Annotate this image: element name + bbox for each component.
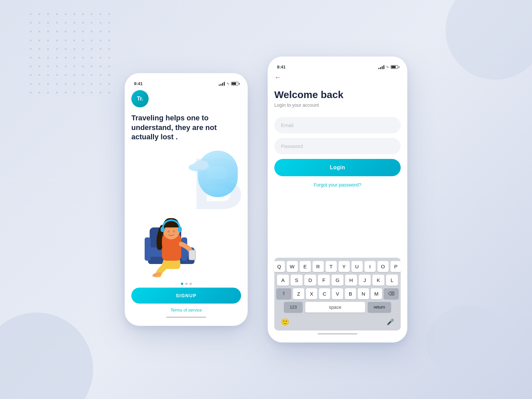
bg-circle-right xyxy=(446,0,532,80)
key-k[interactable]: K xyxy=(372,275,384,286)
illustration-area: B xyxy=(131,147,241,279)
time-right: 9:41 xyxy=(277,65,286,69)
keyboard-row-3: ⇧ Z X C V B N M ⌫ xyxy=(276,288,399,299)
key-g[interactable]: G xyxy=(332,275,343,286)
app-logo-text: Tr. xyxy=(137,95,143,102)
key-v[interactable]: V xyxy=(332,288,343,299)
svg-rect-15 xyxy=(178,227,182,232)
key-f[interactable]: F xyxy=(318,275,330,286)
svg-point-17 xyxy=(173,230,175,233)
key-j[interactable]: J xyxy=(359,275,371,286)
wifi-icon-left: ∿ xyxy=(226,81,229,86)
backspace-key[interactable]: ⌫ xyxy=(384,288,399,299)
signup-button[interactable]: SIGNUP xyxy=(131,288,241,304)
forgot-password-link[interactable]: Forgot your password? xyxy=(274,182,401,188)
svg-point-2 xyxy=(194,160,208,169)
bg-blob-bottom-right xyxy=(426,306,512,379)
key-w[interactable]: W xyxy=(287,261,298,272)
key-a[interactable]: A xyxy=(277,275,289,286)
shift-key[interactable]: ⇧ xyxy=(276,288,291,299)
dot-grid-top xyxy=(30,13,116,100)
welcome-title: Welcome back xyxy=(274,89,401,100)
app-logo: Tr. xyxy=(131,90,149,107)
signal-icon-right xyxy=(378,65,384,69)
key-d[interactable]: D xyxy=(304,275,316,286)
home-indicator-right xyxy=(318,333,357,334)
password-input[interactable] xyxy=(274,138,401,154)
keyboard-row-1: Q W E R T Y U I O P xyxy=(276,261,399,272)
svg-rect-14 xyxy=(161,227,165,232)
key-t[interactable]: T xyxy=(326,261,337,272)
dot-3 xyxy=(190,283,192,285)
svg-point-16 xyxy=(168,230,170,233)
key-n[interactable]: N xyxy=(358,288,369,299)
keyboard-row-4: 123 space return xyxy=(276,302,399,313)
key-o[interactable]: O xyxy=(377,261,389,272)
signal-icon-left xyxy=(219,82,225,86)
key-c[interactable]: C xyxy=(319,288,330,299)
welcome-subtitle: Login to your account xyxy=(274,102,401,108)
status-icons-right: ∿ xyxy=(378,65,398,69)
battery-icon-left xyxy=(231,82,238,85)
keyboard-row-2: A S D F G H J K L xyxy=(276,275,399,286)
return-key[interactable]: return xyxy=(368,302,391,313)
keyboard-bottom-row: 🙂 🎤 xyxy=(276,315,399,329)
time-left: 9:41 xyxy=(134,81,143,86)
emoji-key[interactable]: 🙂 xyxy=(278,316,293,328)
key-q[interactable]: Q xyxy=(274,261,285,272)
key-i[interactable]: I xyxy=(364,261,376,272)
space-key[interactable]: space xyxy=(305,302,365,313)
status-bar-left: 9:41 ∿ xyxy=(131,80,241,87)
svg-rect-12 xyxy=(189,250,196,260)
mic-key[interactable]: 🎤 xyxy=(383,316,397,328)
status-bar-right: 9:41 ∿ xyxy=(274,63,401,71)
phone-left: 9:41 ∿ Tr. Traveling helps one to unders… xyxy=(125,73,248,326)
numbers-key[interactable]: 123 xyxy=(284,302,303,313)
status-icons-left: ∿ xyxy=(219,81,238,86)
keyboard: Q W E R T Y U I O P A S D F G H J K xyxy=(274,258,401,331)
key-r[interactable]: R xyxy=(313,261,324,272)
key-z[interactable]: Z xyxy=(293,288,304,299)
bg-circle-left xyxy=(0,313,93,399)
cloud-illustration xyxy=(188,157,214,174)
key-u[interactable]: U xyxy=(351,261,363,272)
key-y[interactable]: Y xyxy=(338,261,350,272)
key-s[interactable]: S xyxy=(291,275,303,286)
wifi-icon-right: ∿ xyxy=(386,65,389,69)
terms-link[interactable]: Terms of service xyxy=(131,308,241,313)
tagline: Traveling helps one to understand, they … xyxy=(131,113,241,142)
key-e[interactable]: E xyxy=(300,261,311,272)
key-p[interactable]: P xyxy=(390,261,402,272)
person-illustration xyxy=(138,201,211,279)
email-input[interactable] xyxy=(274,117,401,133)
key-l[interactable]: L xyxy=(386,275,398,286)
home-indicator-left xyxy=(166,317,206,318)
phone-right: 9:41 ∿ ← Welcome back Login to your acco… xyxy=(268,57,407,342)
login-button[interactable]: Login xyxy=(274,159,401,176)
key-x[interactable]: X xyxy=(306,288,317,299)
key-m[interactable]: M xyxy=(371,288,382,299)
battery-icon-right xyxy=(391,65,398,69)
phones-container: 9:41 ∿ Tr. Traveling helps one to unders… xyxy=(125,57,407,342)
dot-1 xyxy=(181,283,183,285)
back-arrow-button[interactable]: ← xyxy=(274,73,401,81)
pagination-dots xyxy=(131,283,241,285)
key-b[interactable]: B xyxy=(345,288,356,299)
dot-2 xyxy=(185,283,188,285)
key-h[interactable]: H xyxy=(345,275,357,286)
